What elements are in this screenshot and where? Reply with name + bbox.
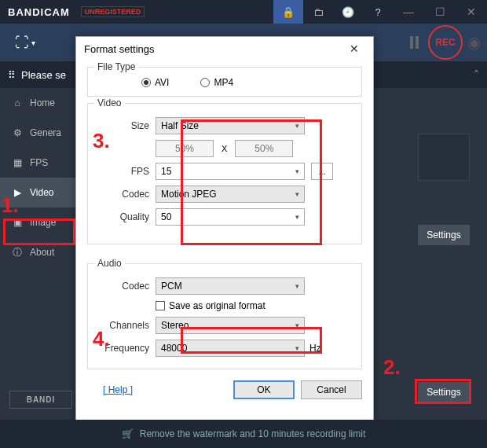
video-icon: ▶ [11,187,24,198]
radio-avi[interactable]: AVI [141,77,169,88]
grid-icon: ⠿ [8,69,15,81]
channels-select[interactable]: Stereo▾ [156,317,305,334]
unregistered-badge: UNREGISTERED [81,6,145,17]
sidebar-item-video[interactable]: ▶Video [0,178,77,207]
maximize-button[interactable]: ☐ [424,0,456,24]
sidebar-item-image[interactable]: ▣Image [0,207,77,237]
info-icon: ⓘ [11,246,24,259]
ok-button[interactable]: OK [233,380,295,399]
size-select[interactable]: Half Size▾ [156,117,305,134]
cancel-button[interactable]: Cancel [301,380,362,399]
video-settings-button[interactable]: Settings [418,225,470,245]
footer-text: Remove the watermark and 10 minutes reco… [140,428,365,439]
lock-icon[interactable]: 🔒 [273,0,303,24]
bandicam-logo: BANDI [9,391,72,409]
video-codec-select[interactable]: Motion JPEG▾ [156,185,305,203]
quality-select[interactable]: 50▾ [156,208,305,226]
cart-icon: 🛒 [122,428,134,439]
dialog-title: Format settings [84,43,155,55]
clock-icon[interactable]: 🕘 [333,0,363,24]
section-title: Please se [21,69,66,81]
frequency-label: Frequency [94,343,156,354]
mode-rectangle-button[interactable]: ⛶▾ [6,28,44,57]
sidebar-item-label: FPS [30,157,48,168]
chevron-down-icon: ▾ [295,122,299,130]
save-original-checkbox[interactable] [156,301,165,310]
chevron-down-icon: ▾ [295,321,299,329]
app-logo: BANDICAM [0,6,78,18]
home-icon: ⌂ [11,97,24,108]
fps-icon: ▦ [11,157,24,168]
video-legend: Video [94,97,124,108]
collapse-icon[interactable]: ˄ [474,68,479,81]
chevron-down-icon: ▾ [295,190,299,198]
sidebar-item-label: Video [30,187,53,198]
titlebar: BANDICAM UNREGISTERED 🔒 🗀 🕘 ? — ☐ ✕ [0,0,487,24]
gear-icon: ⚙ [11,127,24,138]
size-label: Size [94,120,156,131]
chevron-down-icon: ▾ [295,213,299,221]
sidebar-item-label: Image [30,217,56,228]
height-percent-input[interactable]: 50% [235,140,293,157]
annotation-2: 2. [383,355,401,380]
quality-label: Quality [94,211,156,222]
chevron-down-icon: ▾ [295,167,299,175]
right-preview [418,134,470,181]
folder-icon[interactable]: 🗀 [303,0,333,24]
dialog-close-button[interactable]: ✕ [343,39,365,58]
radio-mp4[interactable]: MP4 [200,77,233,88]
audio-settings-button[interactable]: Settings [418,382,470,402]
fps-label: FPS [94,166,156,177]
sidebar-item-about[interactable]: ⓘAbout [0,237,77,267]
x-label: X [214,144,235,153]
sidebar-item-label: Genera [30,127,61,138]
record-button[interactable]: REC [428,25,463,60]
sidebar-item-general[interactable]: ⚙Genera [0,118,77,148]
chevron-down-icon: ▾ [295,344,299,352]
footer[interactable]: 🛒 Remove the watermark and 10 minutes re… [0,420,487,448]
channels-label: Channels [94,320,156,331]
save-original-label: Save as original format [169,300,265,311]
close-button[interactable]: ✕ [456,0,487,24]
fps-more-button[interactable]: ... [311,163,333,180]
filetype-group: File Type AVI MP4 [87,67,362,97]
help-link[interactable]: [ Help ] [103,384,133,395]
video-group: Video Size Half Size▾ 50% X 50% FPS 15▾ … [87,103,362,244]
minimize-button[interactable]: — [393,0,424,24]
sidebar-item-fps[interactable]: ▦FPS [0,148,77,178]
audio-legend: Audio [94,258,125,269]
image-icon: ▣ [11,217,24,228]
audio-group: Audio Codec PCM▾ Save as original format… [87,263,362,369]
audio-codec-select[interactable]: PCM▾ [156,277,305,295]
fps-select[interactable]: 15▾ [156,163,305,180]
chevron-down-icon: ▾ [295,282,299,290]
frequency-select[interactable]: 48000▾ [156,340,305,357]
hz-label: Hz [309,343,321,354]
sidebar-item-label: About [30,247,54,258]
filetype-legend: File Type [94,61,138,72]
format-settings-dialog: Format settings ✕ File Type AVI MP4 Vide… [75,36,374,428]
sidebar: ⌂Home ⚙Genera ▦FPS ▶Video ▣Image ⓘAbout [0,88,77,420]
sidebar-item-label: Home [30,97,55,108]
pause-icon[interactable] [410,36,419,49]
sidebar-item-home[interactable]: ⌂Home [0,88,77,118]
video-codec-label: Codec [94,189,156,200]
help-icon[interactable]: ? [363,0,393,24]
screenshot-icon[interactable]: ◉ [467,33,481,52]
width-percent-input[interactable]: 50% [156,140,214,157]
audio-codec-label: Codec [94,281,156,292]
